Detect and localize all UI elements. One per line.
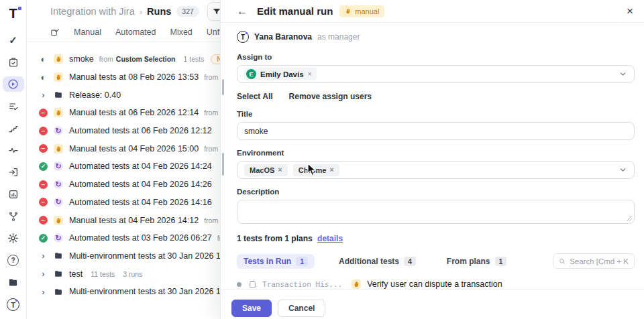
chevron-right-icon[interactable]: › (39, 269, 48, 279)
details-link[interactable]: details (317, 234, 343, 243)
tab-automated[interactable]: Automated (115, 27, 156, 37)
tab-from-plans[interactable]: From plans 1 (440, 254, 514, 269)
tab-tests-in-run[interactable]: Tests in Run 1 (237, 254, 315, 269)
manager-name: Yana Baranova (254, 32, 312, 42)
drawer-title: Edit manual run (257, 5, 333, 17)
title-input[interactable] (244, 127, 627, 136)
folder-icon (54, 269, 63, 278)
run-title: Manual tests at 08 Feb 2026 13:53 (69, 72, 199, 82)
test-row[interactable]: Transaction His... Verify user can dispu… (237, 279, 635, 289)
run-title: Automated tests at 04 Feb 2026 14:26 (69, 180, 212, 189)
tests-search-box[interactable] (553, 253, 635, 269)
run-title: Automated tests at 04 Feb 2026 14:16 (69, 198, 212, 207)
cancel-button[interactable]: Cancel (278, 300, 325, 317)
chevron-right-icon[interactable]: › (39, 287, 48, 297)
runs-count-badge: 327 (176, 6, 199, 17)
chevron-down-icon[interactable] (619, 166, 627, 174)
back-button[interactable]: ← (237, 6, 248, 17)
user-avatar[interactable]: T (3, 297, 24, 312)
clipboard-icon (248, 280, 257, 289)
run-status-icon: − (39, 198, 48, 206)
edit-run-drawer: ← Edit manual run manual × T Yana Barano… (220, 0, 644, 319)
branch-icon[interactable] (3, 209, 24, 225)
remove-assign-users-link[interactable]: Remove assign users (289, 92, 372, 101)
environment-chip: Chrome × (293, 164, 339, 176)
user-chip-avatar: E (246, 69, 256, 79)
chevron-right-icon[interactable]: › (39, 90, 48, 100)
plans-summary-text: 1 tests from 1 plans (237, 234, 313, 243)
automated-run-icon: ↻ (54, 180, 63, 189)
environment-chip-name: Chrome (299, 166, 327, 174)
steps-icon[interactable] (3, 121, 24, 136)
manual-run-icon (343, 7, 352, 16)
assign-to-select[interactable]: E Emily Davis × (237, 65, 635, 83)
test-title: Verify user can dispute a transaction (367, 279, 502, 289)
save-button[interactable]: Save (231, 300, 272, 317)
remove-chip-icon[interactable]: × (308, 70, 312, 78)
manual-run-icon (54, 54, 63, 64)
select-all-icon[interactable] (50, 27, 60, 37)
projects-folder-icon[interactable] (3, 275, 24, 290)
folder-icon (54, 90, 63, 99)
drawer-header: ← Edit manual run manual × (221, 0, 644, 23)
manual-type-badge: manual (339, 5, 384, 17)
close-icon[interactable]: × (627, 5, 633, 17)
resize-handle[interactable] (627, 216, 632, 221)
tab-mixed[interactable]: Mixed (170, 27, 192, 37)
tab-count-badge: 1 (495, 257, 507, 266)
assign-actions: Select All Remove assign users (237, 92, 635, 101)
run-meta: 1 tests (184, 55, 205, 63)
app-logo[interactable]: T (3, 5, 24, 22)
app-window: T ✓ ? T (0, 0, 644, 319)
tests-tabs: Tests in Run 1 Additional tests 4 From p… (237, 253, 635, 269)
environment-select[interactable]: MacOS × Chrome × (237, 161, 635, 179)
select-all-link[interactable]: Select All (237, 92, 273, 101)
chevron-down-icon[interactable] (619, 70, 627, 78)
title-input-wrap (237, 122, 635, 140)
remove-chip-icon[interactable]: × (329, 166, 333, 174)
sidebar-item-runs[interactable] (3, 76, 24, 92)
list-check-icon[interactable] (3, 99, 24, 114)
manual-run-icon (54, 216, 63, 225)
manager-role: as manager (317, 32, 360, 42)
breadcrumb-project[interactable]: Integration with Jira (50, 6, 135, 17)
environment-chip-name: MacOS (250, 166, 274, 174)
import-box-icon[interactable] (3, 165, 24, 180)
run-status-icon: − (39, 216, 48, 225)
run-title: Release: 0.40 (69, 90, 121, 100)
run-from-label: from (204, 109, 218, 117)
remove-chip-icon[interactable]: × (278, 166, 282, 174)
run-status-icon: ✓ (39, 162, 48, 171)
sidebar-item-tests-icon[interactable]: ✓ (3, 33, 24, 48)
run-status-icon: − (39, 180, 48, 189)
manual-run-icon (54, 72, 63, 82)
tests-search-input[interactable] (570, 257, 629, 265)
run-status-icon: ✓ (39, 234, 48, 243)
assigned-user-chip: E Emily Davis × (244, 68, 317, 80)
chevron-right-icon[interactable]: › (39, 251, 48, 261)
run-meta2: 3 runs (123, 270, 142, 278)
tab-additional-tests[interactable]: Additional tests 4 (332, 254, 423, 269)
automated-run-icon: ↻ (54, 162, 63, 171)
run-title: Automated tests at 04 Feb 2026 14:24 (69, 162, 212, 171)
environment-chip: MacOS × (244, 164, 288, 176)
run-from-label: from (204, 73, 218, 81)
manager-avatar: T (237, 31, 249, 43)
tab-manual[interactable]: Manual (74, 27, 101, 37)
manual-badge-label: manual (355, 7, 379, 15)
test-status-dot (237, 282, 241, 287)
description-textarea[interactable] (237, 200, 634, 223)
manual-run-icon (54, 144, 63, 153)
run-title: Automated tests at 03 Feb 2026 06:27 (69, 233, 212, 243)
folder-icon (54, 251, 63, 260)
run-from-value: Custom Selection (116, 55, 176, 63)
drawer-footer: Save Cancel (221, 289, 644, 319)
run-meta: 11 tests (91, 270, 115, 278)
clipboard-check-icon[interactable] (3, 55, 24, 70)
environment-label: Environment (237, 149, 635, 157)
run-title: smoke (69, 54, 94, 64)
activity-pulse-icon[interactable] (3, 143, 24, 158)
analytics-chart-icon[interactable] (3, 187, 24, 202)
settings-gear-icon[interactable] (3, 231, 24, 247)
help-icon[interactable]: ? (3, 253, 24, 268)
